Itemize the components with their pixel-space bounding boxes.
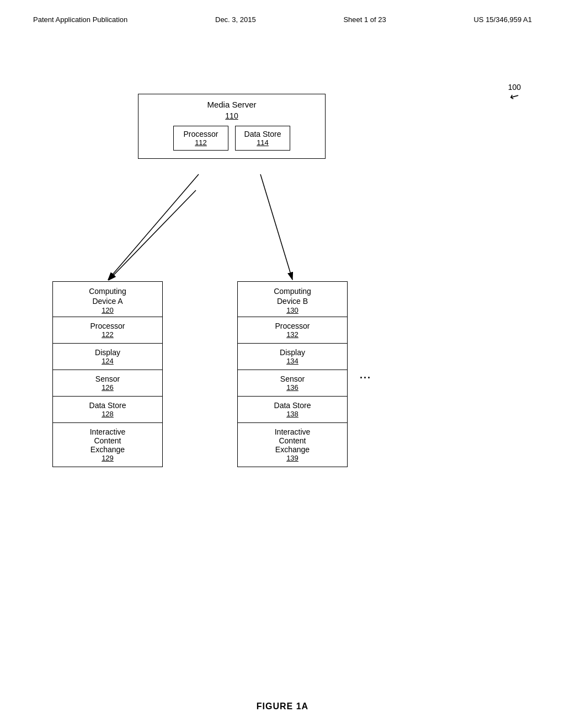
device-b-box: ComputingDevice B 130 Processor 132 Disp… [237,281,348,467]
device-b-datastore-row: Data Store 138 [238,397,347,423]
device-a-processor-row: Processor 122 [53,317,162,344]
device-b-sensor-row: Sensor 136 [238,370,347,397]
data-store-box: Data Store 114 [235,126,290,151]
device-b-processor-label: Processor [243,322,342,330]
device-a-datastore-label: Data Store [58,401,157,410]
device-a-ice-row: InteractiveContentExchange 129 [53,423,162,467]
device-b-datastore-label: Data Store [243,401,342,410]
device-b-ice-row: InteractiveContentExchange 139 [238,423,347,467]
svg-line-4 [260,174,292,280]
device-a-display-label: Display [58,348,157,357]
processor-number: 112 [182,138,220,147]
device-b-datastore-num: 138 [243,410,342,418]
svg-line-3 [108,174,199,280]
device-a-box: ComputingDevice A 120 Processor 122 Disp… [52,281,163,467]
device-a-datastore-num: 128 [58,410,157,418]
data-store-label: Data Store [243,130,282,138]
device-a-sensor-row: Sensor 126 [53,370,162,397]
ref-100: 100 ↙ [508,83,521,103]
device-a-display-row: Display 124 [53,344,162,370]
device-a-sensor-label: Sensor [58,374,157,383]
device-a-title: ComputingDevice A [58,286,157,306]
processor-box: Processor 112 [173,126,228,151]
device-b-number: 130 [243,306,342,314]
device-a-ice-num: 129 [58,454,157,462]
header-left: Patent Application Publication [33,15,127,24]
device-b-processor-num: 132 [243,330,342,339]
device-a-display-num: 124 [58,357,157,365]
media-server-box: Media Server 110 Processor 112 Data Stor… [138,94,326,159]
figure-label: FIGURE 1A [0,702,565,711]
media-server-inner-row: Processor 112 Data Store 114 [146,126,317,151]
diagram-container: 100 ↙ Media Server 110 Processor 112 Dat… [0,72,565,673]
device-b-sensor-label: Sensor [243,374,342,383]
device-a-processor-label: Processor [58,322,157,330]
data-store-number: 114 [243,138,282,147]
device-b-display-label: Display [243,348,342,357]
header-sheet: Sheet 1 of 23 [343,15,386,24]
device-b-header: ComputingDevice B 130 [238,282,347,317]
device-b-ice-num: 139 [243,454,342,462]
ellipsis: ... [360,370,371,381]
device-a-header: ComputingDevice A 120 [53,282,162,317]
svg-line-2 [109,190,196,280]
media-server-title: Media Server [146,100,317,109]
device-b-display-row: Display 134 [238,344,347,370]
media-server-number: 110 [146,111,317,120]
header-center: Dec. 3, 2015 [215,15,256,24]
device-a-datastore-row: Data Store 128 [53,397,162,423]
device-b-title: ComputingDevice B [243,286,342,306]
device-a-sensor-num: 126 [58,383,157,392]
header-patent: US 15/346,959 A1 [473,15,532,24]
device-b-sensor-num: 136 [243,383,342,392]
device-b-ice-label: InteractiveContentExchange [243,427,342,454]
device-b-display-num: 134 [243,357,342,365]
device-a-number: 120 [58,306,157,314]
page-header: Patent Application Publication Dec. 3, 2… [0,0,565,24]
device-a-ice-label: InteractiveContentExchange [58,427,157,454]
processor-label: Processor [182,130,220,138]
device-b-processor-row: Processor 132 [238,317,347,344]
device-a-processor-num: 122 [58,330,157,339]
